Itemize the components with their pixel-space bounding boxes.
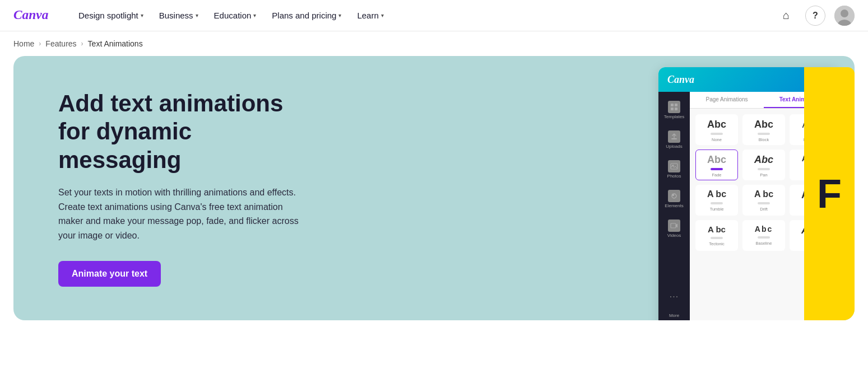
hero-description: Set your texts in motion with thrilling … <box>58 185 305 242</box>
avatar[interactable] <box>834 6 855 26</box>
sidebar-item-photos[interactable]: Photos <box>658 156 690 183</box>
chevron-down-icon: ▾ <box>338 12 341 18</box>
chevron-down-icon: ▾ <box>141 12 143 18</box>
sidebar-videos-label: Videos <box>667 233 681 238</box>
elements-icon <box>668 190 680 202</box>
breadcrumb: Home › Features › Text Animations <box>0 31 868 56</box>
anim-indicator-tectonic <box>711 237 723 239</box>
sidebar-uploads-label: Uploads <box>666 144 682 149</box>
anim-abc-baseline: Abc <box>755 225 773 233</box>
anim-label-drift: Drift <box>760 207 768 212</box>
svg-rect-4 <box>671 104 674 106</box>
anim-abc-block: Abc <box>754 119 773 129</box>
anim-block[interactable]: Abc Block <box>742 114 785 145</box>
yellow-panel: F <box>804 67 855 320</box>
anim-tectonic[interactable]: A bc Tectonic <box>695 220 738 251</box>
anim-abc-pan: Abc <box>754 155 773 165</box>
anim-tumble[interactable]: A bc Tumble <box>695 185 738 216</box>
help-button[interactable]: ? <box>805 6 825 26</box>
anim-label-tectonic: Tectonic <box>709 241 725 246</box>
sidebar-item-elements[interactable]: Elements <box>658 185 690 213</box>
anim-none[interactable]: Abc None <box>695 114 738 145</box>
sidebar-item-more[interactable]: More <box>658 309 690 320</box>
anim-fade[interactable]: Abc Fade <box>695 150 738 180</box>
chevron-down-icon: ▾ <box>381 12 384 18</box>
tab-page-animations[interactable]: Page Animations <box>690 92 764 108</box>
sidebar-more-label: More <box>669 313 679 318</box>
svg-rect-6 <box>671 108 674 110</box>
hero-content: Add text animations for dynamic messagin… <box>13 56 350 320</box>
nav-items: Design spotlight ▾ Business ▾ Education … <box>72 7 776 24</box>
nav-item-plans-pricing[interactable]: Plans and pricing ▾ <box>265 7 348 24</box>
breadcrumb-separator-2: › <box>81 40 83 48</box>
yellow-panel-letter: F <box>817 171 842 217</box>
mockup-logo: Canva <box>667 74 694 86</box>
anim-indicator-none <box>711 133 723 135</box>
anim-indicator-pan <box>758 168 770 170</box>
anim-label-tumble: Tumble <box>710 207 724 212</box>
animate-text-button[interactable]: Animate your text <box>58 261 161 287</box>
anim-abc-none: Abc <box>707 119 726 129</box>
anim-baseline[interactable]: Abc Baseline <box>742 220 785 251</box>
svg-rect-8 <box>671 138 677 139</box>
svg-rect-13 <box>671 223 676 228</box>
nav-item-learn[interactable]: Learn ▾ <box>350 7 390 24</box>
uploads-icon <box>668 130 680 143</box>
hero-section: Add text animations for dynamic messagin… <box>13 56 855 320</box>
navbar: Canva Design spotlight ▾ Business ▾ Educ… <box>0 0 868 31</box>
sidebar-photos-label: Photos <box>667 174 681 179</box>
anim-drift[interactable]: A bc Drift <box>742 185 785 216</box>
templates-icon <box>668 101 680 113</box>
anim-indicator-drift <box>758 202 770 204</box>
nav-item-design-spotlight[interactable]: Design spotlight ▾ <box>72 7 150 24</box>
anim-indicator-fade <box>711 168 723 170</box>
sidebar-item-templates[interactable]: Templates <box>658 96 690 124</box>
anim-abc-drift: A bc <box>754 190 773 199</box>
nav-item-education[interactable]: Education ▾ <box>207 7 263 24</box>
hero-mockup: Canva Templates Uploads <box>642 56 855 320</box>
canva-logo[interactable]: Canva <box>13 7 54 25</box>
anim-abc-fade: Abc <box>707 155 726 165</box>
photos-icon <box>668 160 680 172</box>
home-button[interactable]: ⌂ <box>776 6 796 26</box>
breadcrumb-features[interactable]: Features <box>45 39 76 48</box>
videos-icon <box>668 219 680 232</box>
anim-label-none: None <box>712 137 722 142</box>
anim-label-pan: Pan <box>760 172 767 178</box>
anim-label-block: Block <box>759 137 769 142</box>
svg-point-2 <box>841 10 848 17</box>
anim-indicator-baseline <box>758 236 770 239</box>
mockup-sidebar: Templates Uploads Photos <box>658 92 690 320</box>
breadcrumb-separator-1: › <box>39 40 41 48</box>
anim-indicator-tumble <box>711 202 723 204</box>
anim-label-fade: Fade <box>712 172 721 178</box>
breadcrumb-home[interactable]: Home <box>13 39 34 48</box>
svg-rect-5 <box>675 104 677 106</box>
svg-rect-12 <box>672 194 674 196</box>
anim-abc-tumble: A bc <box>707 190 726 199</box>
svg-rect-7 <box>675 108 677 110</box>
sidebar-elements-label: Elements <box>665 203 683 208</box>
sidebar-templates-label: Templates <box>664 114 684 119</box>
nav-item-business[interactable]: Business ▾ <box>152 7 205 24</box>
hero-title: Add text animations for dynamic messagin… <box>58 90 305 174</box>
sidebar-item-uploads[interactable]: Uploads <box>658 126 690 153</box>
anim-indicator-block <box>758 133 770 135</box>
breadcrumb-current: Text Animations <box>88 39 143 48</box>
anim-label-baseline: Baseline <box>756 241 772 246</box>
svg-text:Canva: Canva <box>13 7 49 22</box>
nav-actions: ⌂ ? <box>776 6 855 26</box>
sidebar-more-dots[interactable]: ··· <box>670 292 679 306</box>
anim-abc-tectonic: A bc <box>708 225 726 233</box>
sidebar-item-videos[interactable]: Videos <box>658 215 690 242</box>
chevron-down-icon: ▾ <box>196 12 198 18</box>
anim-pan[interactable]: Abc Pan <box>742 150 785 180</box>
chevron-down-icon: ▾ <box>253 12 256 18</box>
